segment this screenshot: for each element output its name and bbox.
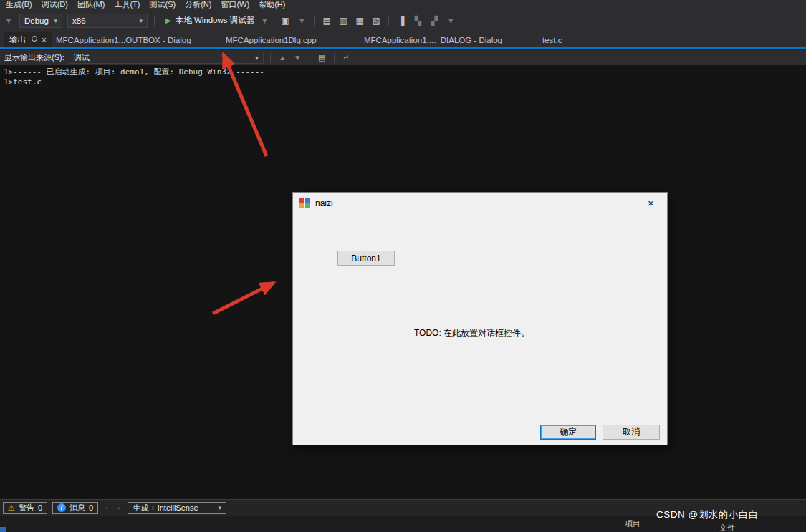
bookmark-icon[interactable]: ▐ <box>395 16 407 26</box>
toolbar-separator <box>154 15 155 26</box>
play-icon: ▶ <box>165 16 171 24</box>
messages-button[interactable]: i 消息 0 <box>52 502 98 514</box>
dialog-close-button[interactable]: × <box>635 193 667 213</box>
prev-bookmark-icon[interactable]: ▚ <box>412 16 423 26</box>
warnings-label: 警告 <box>19 503 34 513</box>
dialog-title: naizi <box>315 198 333 208</box>
tab-mfcapplication1dlg-cpp[interactable]: MFCApplication1Dlg.cpp <box>226 32 317 47</box>
output-toolbar: 显示输出来源(S): 调试 ▾ ▲ ▼ ▤ ↵ <box>0 50 806 65</box>
project-label: 项目 <box>625 518 641 529</box>
chevron-down-icon: ▾ <box>54 17 57 24</box>
tab-output-label: 输出 <box>9 34 26 45</box>
pin-icon[interactable] <box>31 35 37 44</box>
chevron-down-icon: ▾ <box>139 17 143 24</box>
vs-ide-window: 生成(B) 调试(D) 团队(M) 工具(T) 测试(S) 分析(N) 窗口(W… <box>0 0 806 532</box>
build-filter-value: 生成 + IntelliSense <box>133 503 198 513</box>
messages-label: 消息 <box>69 503 85 513</box>
chevron-down-icon[interactable]: ▾ <box>296 16 307 26</box>
space-evenly-icon[interactable]: ▦ <box>354 16 365 26</box>
configuration-dropdown[interactable]: Debug ▾ <box>19 14 62 28</box>
ok-button[interactable]: 确定 <box>540 425 596 440</box>
pane-layout-icon[interactable]: ▣ <box>279 16 291 26</box>
close-icon: × <box>648 197 654 209</box>
same-size-icon[interactable]: ▧ <box>370 16 382 26</box>
menu-item-debug[interactable]: 调试(D) <box>42 0 68 9</box>
debugger-button-label: 本地 Windows 调试器 <box>176 15 255 26</box>
csdn-watermark: CSDN @划水的小白白 <box>656 508 759 521</box>
document-tabbar: 输出 × MFCApplication1...OUTBOX - Dialog M… <box>0 32 806 49</box>
cancel-button[interactable]: 取消 <box>603 425 660 440</box>
info-icon: i <box>57 503 66 512</box>
chevron-down-icon: ▾ <box>219 504 222 511</box>
toolbar-overflow-icon[interactable]: ▾ <box>445 16 456 26</box>
menu-item-team[interactable]: 团队(M) <box>77 0 105 9</box>
menu-item-window[interactable]: 窗口(W) <box>221 0 249 9</box>
word-wrap-icon[interactable]: ↵ <box>341 54 352 62</box>
dialog-titlebar[interactable]: naizi <box>293 193 667 213</box>
local-windows-debugger-button[interactable]: ▶ 本地 Windows 调试器 ▾ <box>161 13 274 29</box>
standard-toolbar: ▾ Debug ▾ x86 ▾ ▶ 本地 Windows 调试器 ▾ ▣ ▾ ▤… <box>0 9 806 32</box>
toggle-grid-icon[interactable]: ▤ <box>321 16 332 26</box>
menu-item-help[interactable]: 帮助(H) <box>259 0 285 9</box>
tab-output[interactable]: 输出 × <box>4 32 52 47</box>
button1[interactable]: Button1 <box>337 251 395 266</box>
chevron-down-icon: ▾ <box>255 54 259 62</box>
next-bookmark-icon[interactable]: ▞ <box>428 16 440 26</box>
file-label: 文件 <box>719 523 735 532</box>
mfc-app-icon <box>299 198 310 208</box>
platform-dropdown[interactable]: x86 ▾ <box>67 14 148 28</box>
toolbar-separator <box>388 15 389 26</box>
warning-icon: ⚠ <box>8 503 15 513</box>
close-icon[interactable]: × <box>42 36 47 44</box>
tab-outbox-dialog[interactable]: MFCApplication1...OUTBOX - Dialog <box>56 32 191 47</box>
prev-message-icon[interactable]: ▲ <box>277 54 288 62</box>
build-intellisense-dropdown[interactable]: 生成 + IntelliSense ▾ <box>128 502 226 514</box>
taskbar-corner-artifact <box>0 527 6 532</box>
messages-count: 0 <box>89 503 93 512</box>
chevron-down-icon: ▾ <box>259 16 270 26</box>
toolbar-separator <box>314 15 315 26</box>
output-source-value: 调试 <box>74 52 90 63</box>
tab-test-c[interactable]: test.c <box>542 32 562 47</box>
output-source-label: 显示输出来源(S): <box>4 52 64 63</box>
naizi-dialog: naizi × Button1 TODO: 在此放置对话框控件。 确定 取消 <box>292 192 668 445</box>
menu-item-analyze[interactable]: 分析(N) <box>185 0 211 9</box>
filter-icon[interactable]: ▪ <box>115 505 123 511</box>
menu-item-tools[interactable]: 工具(T) <box>114 0 140 9</box>
toolbar-overflow-icon[interactable]: ▾ <box>3 16 14 26</box>
todo-placeholder-text: TODO: 在此放置对话框控件。 <box>414 327 529 339</box>
warnings-count: 0 <box>38 503 42 512</box>
menubar: 生成(B) 调试(D) 团队(M) 工具(T) 测试(S) 分析(N) 窗口(W… <box>0 0 806 9</box>
clear-all-icon[interactable]: ▤ <box>317 53 327 62</box>
platform-value: x86 <box>72 16 86 25</box>
menu-item-test[interactable]: 测试(S) <box>150 0 176 9</box>
output-line: 1>test.c <box>4 77 802 87</box>
configuration-value: Debug <box>24 16 49 25</box>
toolbar-separator <box>310 53 310 63</box>
toolbar-separator <box>334 53 335 63</box>
output-source-dropdown[interactable]: 调试 ▾ <box>69 52 264 64</box>
align-controls-icon[interactable]: ▥ <box>337 16 349 26</box>
next-message-icon[interactable]: ▼ <box>292 54 303 62</box>
filter-icon[interactable]: ▪ <box>103 505 110 511</box>
warnings-button[interactable]: ⚠ 警告 0 <box>3 502 47 514</box>
menu-item-build[interactable]: 生成(B) <box>6 0 32 9</box>
toolbar-separator <box>270 53 271 63</box>
output-line: 1>------ 已启动生成: 项目: demo1, 配置: Debug Win… <box>4 67 802 77</box>
tab-dialog-resource[interactable]: MFCApplication1...._DIALOG - Dialog <box>364 32 502 47</box>
